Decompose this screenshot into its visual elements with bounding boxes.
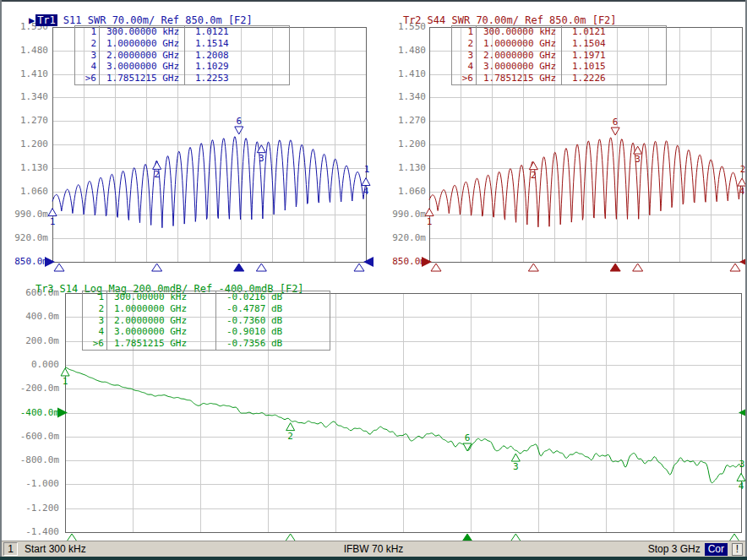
ifbw-label[interactable]: IFBW 70 kHz	[344, 543, 404, 555]
marker-table-row: >61.7851215 GHz1.2253	[75, 73, 289, 84]
marker-number-label: 3	[513, 461, 519, 472]
y-axis-tick-label: 990.0m	[0, 209, 48, 220]
marker-stimulus-indicator[interactable]	[234, 264, 244, 271]
marker-value-cell: 1.1504	[562, 38, 664, 50]
marker-readout-table: 1300.00000 kHz-0.0216 dB21.0000000 GHz-0…	[82, 291, 330, 351]
trace1-label[interactable]: Tr1	[35, 14, 57, 26]
marker-number-cell: 3	[75, 50, 100, 62]
marker-number-cell: 1	[83, 291, 107, 303]
marker-stimulus-indicator[interactable]	[152, 264, 162, 271]
marker-stimulus-indicator[interactable]	[610, 264, 620, 271]
marker-symbol[interactable]	[153, 161, 161, 169]
y-axis-tick-label: 850.0m	[375, 256, 426, 268]
marker-stimulus-indicator[interactable]	[431, 264, 441, 271]
marker-number-cell: >6	[75, 73, 100, 84]
trace-number-edge-label: 3	[739, 459, 745, 470]
marker-readout-table: 1300.00000 kHz1.012121.0000000 GHz1.1514…	[74, 25, 290, 85]
sweep-stop-label[interactable]: Stop 3 GHz	[648, 543, 701, 555]
window-left-edge	[0, 0, 2, 560]
marker-number-label: 4	[363, 186, 369, 197]
marker-frequency-cell: 3.0000000 GHz	[100, 61, 185, 73]
marker-frequency-cell: 2.0000000 GHz	[477, 50, 562, 62]
trace3-label[interactable]: Tr3	[35, 283, 54, 295]
marker-frequency-cell: 1.0000000 GHz	[100, 38, 185, 50]
y-axis-tick-label: -1.200	[8, 503, 59, 514]
marker-value-cell: -0.7356 dB	[216, 338, 328, 350]
y-axis-tick-label: 1.060	[0, 186, 48, 198]
y-axis-tick-label: 1.480	[0, 45, 48, 57]
marker-number-cell: 2	[452, 38, 477, 50]
marker-symbol[interactable]	[511, 454, 520, 461]
y-axis-tick-label: 400.0m	[8, 311, 59, 323]
ref-level-pointer-right[interactable]	[363, 257, 374, 267]
warning-badge[interactable]: !	[732, 543, 743, 556]
marker-symbol[interactable]	[48, 209, 57, 216]
marker-number-label: 3	[259, 153, 264, 164]
marker-stimulus-indicator[interactable]	[730, 264, 740, 271]
y-axis-tick-label: 1.410	[375, 68, 426, 80]
marker-number-label: 1	[63, 376, 68, 387]
marker-number-cell: >6	[83, 338, 107, 350]
marker-number-cell: 3	[83, 315, 107, 327]
window-bottom-edge	[0, 557, 747, 560]
marker-symbol[interactable]	[61, 368, 69, 376]
marker-frequency-cell: 1.7851215 GHz	[107, 338, 216, 350]
marker-number-cell: 4	[452, 61, 477, 73]
marker-stimulus-indicator[interactable]	[528, 264, 538, 271]
marker-number-label: 6	[236, 116, 242, 127]
sweep-start-label[interactable]: Start 300 kHz	[25, 543, 86, 555]
marker-value-cell: 1.2226	[562, 73, 664, 84]
marker-symbol[interactable]	[737, 473, 745, 481]
marker-number-cell: 1	[452, 26, 477, 38]
marker-frequency-cell: 2.0000000 GHz	[100, 50, 185, 62]
y-axis-tick-label: 1.480	[375, 45, 426, 57]
trace1-title: S11 SWR 70.00m/ Ref 850.0m [F2]	[63, 14, 253, 26]
trace2-title: S44 SWR 70.00m/ Ref 850.0m [F2]	[428, 14, 617, 26]
marker-stimulus-indicator[interactable]	[256, 264, 266, 271]
y-axis-tick-label: 1.060	[375, 186, 426, 198]
marker-table-row: 1300.00000 kHz1.0121	[75, 26, 289, 38]
marker-value-cell: -0.0216 dB	[216, 291, 328, 303]
y-axis-tick-label: 1.200	[0, 139, 48, 150]
marker-frequency-cell: 1.7851215 GHz	[477, 73, 562, 84]
active-trace-arrow-icon: ▶	[29, 14, 35, 26]
y-axis-tick-label: 920.0m	[0, 232, 48, 244]
marker-table-row: 32.0000000 GHz-0.7360 dB	[83, 315, 330, 327]
marker-number-label: 6	[465, 432, 471, 443]
y-axis-tick-label: 920.0m	[375, 232, 426, 244]
marker-number-label: 4	[739, 186, 745, 197]
marker-stimulus-indicator[interactable]	[54, 264, 64, 271]
correction-badge[interactable]: Cor	[705, 543, 728, 556]
marker-value-cell: 1.0121	[562, 26, 664, 38]
marker-symbol[interactable]	[362, 178, 370, 186]
marker-table-row: >61.7851215 GHz1.2226	[452, 73, 666, 84]
channel-indicator[interactable]: 1	[3, 542, 18, 556]
y-axis-tick-label: -1.400	[8, 526, 59, 538]
marker-table-row: 21.0000000 GHz-0.4787 dB	[83, 303, 330, 315]
trace2-label[interactable]: Tr2	[403, 14, 422, 26]
marker-table-row: 43.0000000 GHz-0.9010 dB	[83, 326, 330, 338]
marker-table-row: 43.0000000 GHz1.1029	[75, 61, 289, 73]
active-marker-symbol[interactable]	[235, 127, 243, 134]
marker-symbol[interactable]	[286, 423, 295, 431]
marker-value-cell: -0.4787 dB	[216, 303, 328, 315]
marker-frequency-cell: 3.0000000 GHz	[477, 61, 562, 73]
marker-table-row: 21.0000000 GHz1.1514	[75, 38, 289, 50]
marker-table-row: 32.0000000 GHz1.1971	[452, 50, 666, 62]
active-marker-symbol[interactable]	[611, 128, 619, 135]
y-axis-tick-label: 990.0m	[375, 209, 426, 220]
marker-value-cell: 1.1015	[562, 61, 664, 73]
marker-number-label: 1	[50, 216, 56, 227]
marker-number-cell: 3	[452, 50, 477, 62]
marker-number-cell: 1	[75, 26, 100, 38]
marker-symbol[interactable]	[425, 209, 433, 216]
y-axis-tick-label: -600.0m	[8, 431, 59, 443]
marker-value-cell: 1.2253	[185, 73, 287, 84]
y-axis-tick-label: -800.0m	[8, 454, 59, 466]
marker-table-row: >61.7851215 GHz-0.7356 dB	[83, 338, 330, 350]
y-axis-tick-label: 850.0m	[0, 256, 48, 268]
marker-stimulus-indicator[interactable]	[633, 264, 643, 271]
marker-symbol[interactable]	[529, 162, 537, 170]
marker-table-row: 1300.00000 kHz1.0121	[452, 26, 666, 38]
marker-stimulus-indicator[interactable]	[354, 264, 364, 271]
